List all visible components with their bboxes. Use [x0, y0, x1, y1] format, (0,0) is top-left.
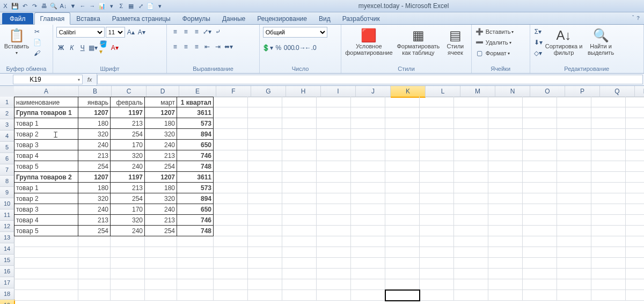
cell[interactable] — [248, 236, 282, 247]
cell[interactable]: 240 — [78, 204, 111, 215]
cell[interactable] — [420, 279, 454, 290]
cell[interactable] — [420, 140, 454, 150]
cell[interactable] — [214, 258, 248, 269]
orientation-icon[interactable]: ⤢▾ — [202, 27, 212, 37]
cell[interactable] — [317, 215, 351, 226]
cell[interactable]: 573 — [177, 183, 214, 193]
cell[interactable] — [214, 97, 248, 107]
cell[interactable] — [420, 172, 454, 183]
cell[interactable] — [488, 193, 523, 204]
sum-icon[interactable]: Σ — [117, 2, 126, 10]
cell[interactable] — [214, 247, 248, 258]
cell[interactable] — [317, 247, 351, 258]
cell[interactable] — [351, 129, 385, 140]
cell[interactable] — [317, 183, 351, 193]
cell[interactable] — [591, 269, 626, 279]
inc-decimal-icon[interactable]: .0→ — [295, 43, 305, 53]
cell[interactable] — [317, 118, 351, 129]
cell[interactable] — [523, 140, 557, 150]
row-header-18[interactable]: 18 — [0, 288, 14, 300]
tab-Вид[interactable]: Вид — [313, 12, 336, 24]
cell[interactable] — [351, 183, 385, 193]
cell[interactable]: товар 4 — [14, 215, 78, 226]
cell[interactable] — [351, 140, 385, 150]
cell[interactable] — [557, 97, 591, 107]
cell[interactable] — [591, 140, 626, 150]
quick-print-icon[interactable]: 🖶 — [40, 2, 48, 10]
cell[interactable] — [420, 118, 454, 129]
cell[interactable] — [626, 236, 644, 247]
cell[interactable] — [282, 226, 317, 236]
format-painter-icon[interactable]: 🖌 — [32, 48, 42, 58]
cell[interactable] — [626, 150, 644, 161]
cell[interactable] — [420, 193, 454, 204]
row-header-12[interactable]: 12 — [0, 221, 14, 232]
cell[interactable]: товар 3 — [14, 140, 78, 150]
tab-Главная[interactable]: Главная — [34, 12, 71, 25]
cell[interactable]: 1207 — [145, 172, 177, 183]
align-middle-icon[interactable]: ≡ — [181, 27, 191, 37]
sort-asc-icon[interactable]: A↓ — [59, 2, 68, 10]
name-box[interactable]: ▾ — [13, 75, 83, 84]
save-icon[interactable]: 💾 — [11, 2, 19, 10]
cell[interactable] — [626, 118, 644, 129]
cell[interactable] — [420, 129, 454, 140]
cell[interactable] — [317, 129, 351, 140]
prev-icon[interactable]: ← — [78, 2, 87, 10]
tab-Формулы[interactable]: Формулы — [177, 12, 216, 24]
grow-font-icon[interactable]: A▴ — [126, 27, 136, 37]
cell[interactable] — [488, 97, 523, 107]
indent-inc-icon[interactable]: ⇥ — [213, 42, 223, 52]
cell[interactable]: 650 — [177, 204, 214, 215]
cell[interactable]: февраль — [111, 97, 145, 107]
cell[interactable]: наименование — [14, 97, 78, 107]
cell[interactable] — [214, 107, 248, 118]
cell[interactable] — [282, 97, 317, 107]
insert-cells-icon[interactable]: ➕ — [475, 27, 485, 37]
cell[interactable] — [111, 247, 145, 258]
cell[interactable] — [523, 150, 557, 161]
tab-Разработчик[interactable]: Разработчик — [336, 12, 386, 24]
worksheet[interactable]: ABCDEFGHIJKLMNOPQR 123456789101112131415… — [0, 86, 644, 304]
cell[interactable]: 254 — [78, 161, 111, 172]
cell[interactable]: 240 — [145, 140, 177, 150]
cell[interactable] — [385, 129, 420, 140]
cell[interactable] — [351, 215, 385, 226]
column-header-Q[interactable]: Q — [600, 86, 635, 97]
cell[interactable] — [488, 118, 523, 129]
cell-styles-button[interactable]: ▤ Стили ячеек — [443, 27, 467, 56]
borders-button[interactable]: ▦▾ — [89, 43, 98, 53]
cell[interactable] — [282, 150, 317, 161]
cell[interactable] — [111, 279, 145, 290]
autosum-icon[interactable]: Σ▾ — [533, 27, 543, 37]
cell[interactable] — [248, 183, 282, 193]
cell[interactable]: 170 — [111, 140, 145, 150]
cell[interactable] — [78, 269, 111, 279]
cell[interactable] — [282, 193, 317, 204]
excel-icon[interactable]: X — [1, 2, 10, 10]
cell[interactable] — [454, 269, 488, 279]
cell[interactable] — [14, 269, 78, 279]
cell[interactable] — [523, 236, 557, 247]
cell[interactable] — [591, 290, 626, 301]
cell[interactable] — [351, 247, 385, 258]
cell[interactable] — [591, 193, 626, 204]
cell[interactable] — [214, 161, 248, 172]
cell[interactable] — [420, 226, 454, 236]
cell[interactable] — [351, 150, 385, 161]
tab-file[interactable]: Файл — [2, 13, 33, 24]
cell[interactable] — [626, 226, 644, 236]
cell[interactable] — [454, 172, 488, 183]
cell[interactable]: 180 — [145, 183, 177, 193]
cell[interactable] — [488, 150, 523, 161]
cell[interactable] — [385, 118, 420, 129]
cell[interactable] — [385, 226, 420, 236]
cell[interactable] — [385, 150, 420, 161]
cell[interactable] — [351, 258, 385, 269]
cell[interactable] — [420, 107, 454, 118]
cell[interactable] — [248, 193, 282, 204]
align-top-icon[interactable]: ≡ — [170, 27, 180, 37]
cell[interactable] — [454, 247, 488, 258]
cell[interactable] — [557, 226, 591, 236]
font-name-select[interactable]: Calibri — [56, 27, 105, 38]
